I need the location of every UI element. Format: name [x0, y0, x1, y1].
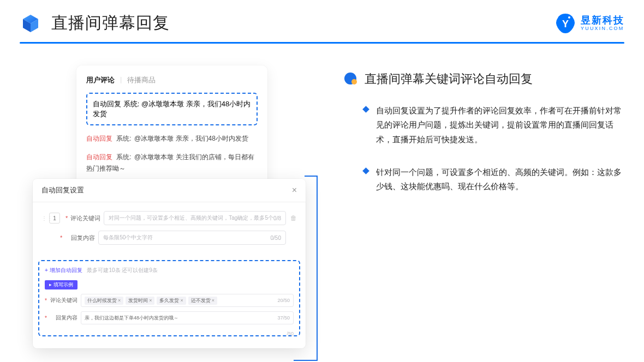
auto-reply-badge: 自动回复 [86, 153, 112, 161]
ex-content-text: 亲，我们这边都是下单48小时内发货的哦～ [85, 315, 276, 322]
settings-title: 自动回复设置 [41, 185, 84, 195]
tab-pending-goods[interactable]: 待播商品 [127, 75, 156, 85]
tag[interactable]: 还不发货 [188, 297, 217, 305]
keyword-counter: 0/8 [273, 215, 281, 221]
connector-line [294, 360, 318, 361]
right-column: 直播间弹幕关键词评论自动回复 自动回复设置为了提升作者的评论回复效率，作者可在开… [311, 65, 624, 225]
left-column: 用户评论 | 待播商品 自动回复 系统: @冰墩墩本墩 亲亲，我们48小时内发货… [33, 65, 311, 225]
ex-content-label: 回复内容 [49, 314, 77, 322]
ex-keyword-label: 评论关键词 [49, 297, 77, 304]
keyword-label: 评论关键词 [70, 214, 100, 222]
tab-separator: | [120, 75, 122, 85]
cube-icon [20, 13, 41, 34]
content-label: 回复内容 [64, 234, 95, 242]
system-label: 系统: [123, 100, 140, 108]
diamond-icon [362, 167, 369, 174]
tag[interactable]: 发货时间 [126, 297, 154, 305]
close-icon[interactable]: × [292, 185, 297, 195]
bullet-text: 自动回复设置为了提升作者的评论回复效率，作者可在开播前针对常见的评论用户问题，提… [376, 104, 624, 147]
ex-keyword-tags[interactable]: 什么时候发货 发货时间 多久发货 还不发货 20/50 [81, 294, 294, 307]
required-icon: * [45, 298, 47, 304]
comments-tabs: 用户评论 | 待播商品 [76, 75, 267, 85]
brand-en: YUUXIN.COM [581, 26, 624, 31]
comment-highlight: 自动回复 系统: @冰墩墩本墩 亲亲，我们48小时内发货 [86, 93, 258, 125]
brand-block: Y 昱新科技 YUUXIN.COM [554, 13, 624, 34]
content-input[interactable]: 每条限50个中文字符 0/50 [98, 231, 286, 245]
bullet-item: 针对同一个问题，可设置多个相近的、高频的关键词。例如：这款多少钱、这块能优惠吗、… [363, 165, 624, 194]
page-title: 直播间弹幕回复 [51, 12, 170, 34]
index-box: 1 [49, 213, 60, 224]
ex-content-box[interactable]: 亲，我们这边都是下单48小时内发货的哦～ 37/50 [81, 311, 294, 324]
bullet-item: 自动回复设置为了提升作者的评论回复效率，作者可在开播前针对常见的评论用户问题，提… [363, 104, 624, 147]
page-header: 直播间弹幕回复 Y 昱新科技 YUUXIN.COM [0, 0, 644, 34]
content-counter: 0/50 [271, 235, 281, 241]
trash-icon[interactable]: 🗑 [290, 214, 297, 222]
comment-item: 自动回复 系统: @冰墩墩本墩 亲亲，我们48小时内发货 [86, 133, 258, 145]
ex-keyword-counter: 20/50 [277, 298, 290, 303]
comment-text: @冰墩墩本墩 亲亲，我们48小时内发货 [134, 135, 248, 142]
example-block: + 增加自动回复 最多可建10条 还可以创建9条 ▸ 填写示例 * 评论关键词 … [38, 260, 300, 336]
keyword-input[interactable]: 对同一个问题，可设置多个相近、高频的关键词，Tag确定，最多5个 0/8 [104, 211, 286, 225]
add-auto-reply-link[interactable]: + 增加自动回复 最多可建10条 还可以创建9条 [45, 267, 294, 274]
auto-reply-badge: 自动回复 [93, 100, 121, 108]
settings-panel: 自动回复设置 × ⋮⋮ 1 * 评论关键词 对同一个问题，可设置多个相近、高频的… [33, 179, 306, 348]
add-hint: 最多可建10条 还可以创建9条 [87, 267, 157, 273]
required-icon: * [60, 234, 62, 241]
brand-cn: 昱新科技 [581, 15, 624, 25]
auto-reply-badge: 自动回复 [86, 135, 112, 142]
required-icon: * [65, 215, 68, 221]
brand-icon: Y [554, 13, 576, 34]
tag[interactable]: 什么时候发货 [85, 297, 123, 305]
stray-counter: /50 [287, 331, 294, 336]
required-icon: * [45, 315, 47, 321]
keyword-placeholder: 对同一个问题，可设置多个相近、高频的关键词，Tag确定，最多5个 [109, 214, 273, 222]
svg-point-3 [351, 79, 357, 85]
system-label: 系统: [116, 153, 131, 161]
bullet-text: 针对同一个问题，可设置多个相近的、高频的关键词。例如：这款多少钱、这块能优惠吗、… [376, 165, 624, 194]
tag[interactable]: 多久发货 [157, 297, 186, 305]
diamond-icon [362, 106, 369, 113]
svg-point-1 [568, 16, 570, 19]
example-badge: ▸ 填写示例 [45, 280, 77, 289]
system-label: 系统: [116, 135, 131, 142]
bullet-icon [344, 72, 358, 86]
ex-content-counter: 37/50 [277, 315, 290, 321]
content-placeholder: 每条限50个中文字符 [103, 234, 270, 242]
comment-item: 自动回复 系统: @冰墩墩本墩 关注我们的店铺，每日都有热门推荐呦～ [86, 152, 258, 175]
drag-handle-icon[interactable]: ⋮⋮ [41, 215, 47, 221]
tab-user-comments[interactable]: 用户评论 [86, 75, 115, 85]
section-title: 直播间弹幕关键词评论自动回复 [365, 71, 533, 87]
svg-text:Y: Y [562, 19, 569, 29]
